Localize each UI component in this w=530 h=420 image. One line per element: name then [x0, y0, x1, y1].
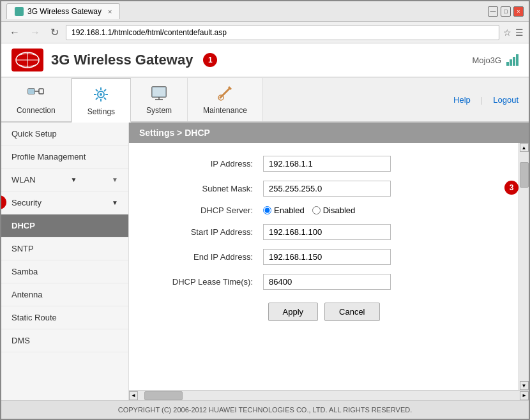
sidebar-item-quick-setup[interactable]: Quick Setup	[1, 123, 128, 146]
lease-time-input[interactable]	[263, 274, 391, 290]
sidebar-item-static-route[interactable]: Static Route	[1, 306, 128, 329]
window-controls: — □ ×	[488, 6, 524, 17]
nav-tabs-row: Connection	[1, 78, 529, 123]
vertical-scrollbar[interactable]: ▲ ▼	[519, 143, 529, 390]
form-row-end-ip: End IP Address:	[148, 249, 499, 265]
signal-bar-3	[513, 57, 515, 66]
form-row-dhcp-server: DHCP Server: Enabled Disabled	[148, 206, 499, 215]
logo-area: 3G Wireless Gateway 1	[11, 49, 217, 71]
tab-connection-label: Connection	[17, 106, 56, 115]
start-ip-input[interactable]	[263, 224, 391, 240]
dhcp-server-value: Enabled Disabled	[263, 206, 499, 215]
tab-close-button[interactable]: ×	[108, 8, 112, 15]
scroll-left-button[interactable]: ◄	[129, 391, 138, 400]
button-row: Apply Cancel	[148, 303, 499, 321]
address-bar-row: ← → ↻ ☆ ☰	[1, 22, 529, 43]
dhcp-disabled-radio[interactable]	[312, 206, 321, 214]
sidebar-item-samba[interactable]: Samba	[1, 260, 128, 283]
content-header: Settings > DHCP	[129, 123, 529, 143]
sidebar-item-samba-label: Samba	[11, 267, 38, 276]
dhcp-server-label: DHCP Server:	[148, 206, 263, 215]
tab-maintenance[interactable]: Maintenance	[188, 78, 263, 121]
header-right: Mojo3G	[472, 54, 519, 66]
site-header: 3G Wireless Gateway 1 Mojo3G	[1, 43, 529, 78]
content-wrapper: Settings > DHCP IP Address: Subnet Mask:	[129, 123, 529, 400]
minimize-button[interactable]: —	[488, 6, 498, 17]
dhcp-disabled-option[interactable]: Disabled	[312, 206, 356, 215]
form-row-lease-time: DHCP Lease Time(s):	[148, 274, 499, 290]
dhcp-enabled-radio[interactable]	[263, 206, 271, 214]
sidebar-item-sntp[interactable]: SNTP	[1, 237, 128, 260]
breadcrumb: Settings > DHCP	[139, 128, 210, 138]
scroll-right-button[interactable]: ►	[520, 391, 529, 400]
sidebar-item-antenna[interactable]: Antenna	[1, 283, 128, 306]
end-ip-input[interactable]	[263, 249, 391, 265]
svg-line-15	[104, 89, 106, 91]
huawei-logo	[11, 49, 43, 71]
bookmark-icon[interactable]: ☆	[503, 27, 511, 38]
help-link[interactable]: Help	[453, 95, 471, 105]
end-ip-label: End IP Address:	[148, 252, 263, 262]
sidebar-item-dhcp[interactable]: DHCP	[1, 214, 128, 237]
subnet-mask-input[interactable]	[263, 181, 391, 197]
scroll-up-button[interactable]: ▲	[520, 143, 529, 152]
form-row-ip-address: IP Address:	[148, 156, 499, 172]
system-icon	[149, 83, 169, 103]
sidebar-item-dms[interactable]: DMS	[1, 329, 128, 352]
help-logout-area: Help | Logout	[443, 78, 529, 121]
browser-tab[interactable]: 3G Wireless Gateway ×	[6, 3, 120, 19]
tab-title: 3G Wireless Gateway	[27, 7, 102, 16]
scroll-thumb[interactable]	[520, 162, 529, 188]
close-button[interactable]: ×	[513, 6, 524, 17]
cancel-button[interactable]: Cancel	[324, 303, 379, 321]
ip-address-label: IP Address:	[148, 159, 263, 169]
start-ip-value	[263, 224, 499, 240]
sidebar-item-security[interactable]: Security ▼ 2	[1, 191, 128, 214]
dhcp-enabled-option[interactable]: Enabled	[263, 206, 305, 215]
tab-connection[interactable]: Connection	[1, 78, 72, 121]
address-input[interactable]	[66, 25, 499, 40]
horizontal-scrollbar[interactable]: ◄ ►	[129, 390, 529, 400]
settings-icon	[91, 84, 111, 105]
sidebar-item-wlan[interactable]: WLAN ▼	[1, 169, 128, 191]
sidebar-item-sntp-label: SNTP	[11, 244, 34, 253]
tab-settings[interactable]: Settings	[72, 78, 131, 123]
scroll-down-button[interactable]: ▼	[520, 381, 529, 390]
signal-bar-4	[516, 54, 519, 66]
page-content: 3G Wireless Gateway 1 Mojo3G	[1, 43, 529, 400]
dhcp-radio-group: Enabled Disabled	[263, 206, 499, 215]
tab-settings-label: Settings	[87, 107, 115, 116]
svg-rect-18	[152, 87, 166, 97]
dhcp-disabled-label: Disabled	[323, 206, 356, 215]
maximize-button[interactable]: □	[501, 6, 511, 17]
sidebar-item-profile-management[interactable]: Profile Management	[1, 146, 128, 169]
site-title: 3G Wireless Gateway	[51, 52, 193, 68]
logout-link[interactable]: Logout	[493, 95, 519, 105]
content-scroll-area: IP Address: Subnet Mask: 3	[129, 143, 529, 390]
back-button[interactable]: ←	[6, 26, 23, 40]
forward-button[interactable]: →	[27, 26, 43, 40]
svg-line-13	[96, 89, 98, 91]
ip-address-value	[263, 156, 499, 172]
svg-rect-4	[28, 89, 34, 94]
lease-time-value	[263, 274, 499, 290]
sidebar: Quick Setup Profile Management WLAN ▼ Se…	[1, 123, 129, 400]
tab-system[interactable]: System	[131, 78, 188, 121]
apply-button[interactable]: Apply	[268, 303, 319, 321]
menu-icon[interactable]: ☰	[515, 27, 524, 38]
ip-address-input[interactable]	[263, 156, 391, 172]
svg-point-8	[100, 93, 102, 96]
annotation-1: 1	[203, 53, 217, 67]
signal-bars	[506, 54, 519, 66]
subnet-mask-value: 3	[263, 181, 499, 197]
end-ip-value	[263, 249, 499, 265]
tab-system-label: System	[146, 106, 172, 115]
username: Mojo3G	[472, 56, 501, 65]
sidebar-item-antenna-label: Antenna	[11, 290, 42, 299]
h-scroll-thumb[interactable]	[144, 391, 183, 400]
maintenance-icon	[215, 83, 235, 103]
sidebar-item-dhcp-label: DHCP	[11, 221, 35, 230]
lease-time-label: DHCP Lease Time(s):	[148, 277, 263, 287]
sidebar-item-profile-label: Profile Management	[11, 152, 86, 161]
refresh-button[interactable]: ↻	[47, 25, 62, 40]
